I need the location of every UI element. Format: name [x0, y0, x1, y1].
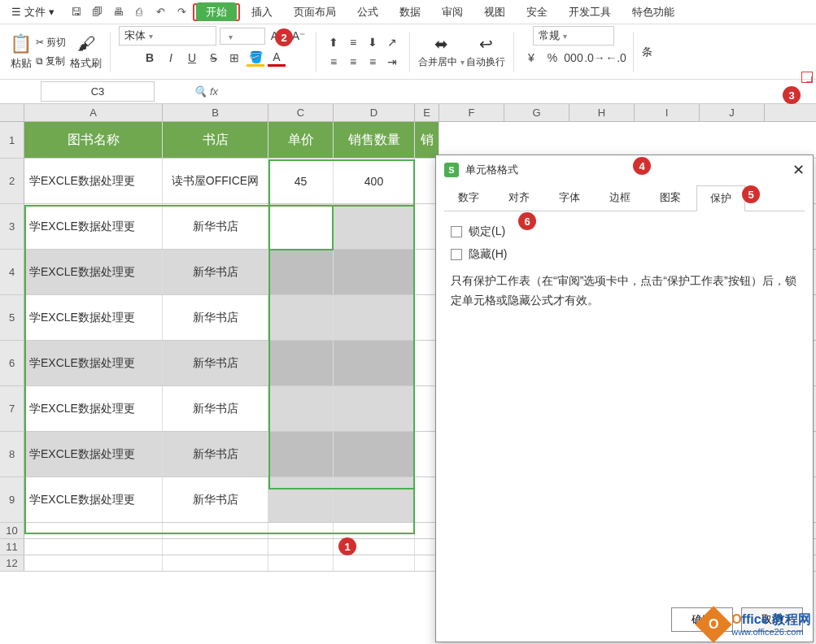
cell[interactable]: 学EXCLE数据处理更: [24, 341, 163, 385]
cell[interactable]: 学EXCLE数据处理更: [24, 159, 163, 203]
row-header[interactable]: 11: [0, 539, 24, 555]
merge-center-button[interactable]: ⬌ 合并居中: [418, 34, 465, 69]
italic-button[interactable]: I: [162, 49, 180, 67]
cell[interactable]: [268, 204, 334, 249]
cell[interactable]: [268, 386, 334, 431]
percent-icon[interactable]: %: [543, 49, 561, 67]
row-header[interactable]: 9: [0, 477, 24, 522]
cell[interactable]: [268, 477, 334, 522]
cell[interactable]: [334, 295, 415, 340]
tab-alignment[interactable]: 对齐: [495, 185, 543, 211]
save-icon[interactable]: 🖫: [66, 2, 85, 22]
cell[interactable]: [163, 539, 268, 555]
dialog-titlebar[interactable]: S 单元格格式 ✕: [436, 155, 813, 185]
cell[interactable]: [24, 555, 163, 571]
indent-icon[interactable]: ⇥: [383, 53, 401, 71]
row-header[interactable]: 4: [0, 250, 24, 294]
cell[interactable]: 学EXCLE数据处理更: [24, 477, 163, 522]
row-header[interactable]: 2: [0, 159, 24, 203]
cell[interactable]: [268, 555, 334, 571]
header-price[interactable]: 单价: [268, 122, 334, 158]
cell[interactable]: [334, 523, 415, 538]
cell[interactable]: [334, 477, 415, 522]
cell[interactable]: 读书屋OFFICE网: [163, 159, 268, 203]
cell[interactable]: [268, 295, 334, 340]
row-header[interactable]: 12: [0, 555, 24, 571]
strikethrough-button[interactable]: S̶: [204, 49, 222, 67]
lock-checkbox[interactable]: [451, 226, 462, 237]
header-store[interactable]: 书店: [163, 122, 268, 158]
cell[interactable]: [24, 523, 163, 538]
tab-formulas[interactable]: 公式: [347, 2, 388, 23]
row-header[interactable]: 6: [0, 341, 24, 385]
font-color-button[interactable]: A: [268, 49, 286, 67]
cell[interactable]: 新华书店: [163, 341, 268, 385]
file-menu[interactable]: ☰ 文件 ▾: [7, 2, 59, 22]
col-header-e[interactable]: E: [415, 104, 439, 121]
header-book-name[interactable]: 图书名称: [24, 122, 163, 158]
font-name-select[interactable]: 宋体: [119, 26, 216, 46]
fill-color-button[interactable]: 🪣: [247, 49, 264, 67]
wrap-text-button[interactable]: ↩ 自动换行: [466, 34, 505, 69]
header-e[interactable]: 销: [415, 122, 439, 158]
col-header-d[interactable]: D: [334, 104, 415, 121]
font-size-select[interactable]: [220, 28, 265, 45]
fx-button[interactable]: 🔍 fx: [187, 85, 225, 98]
col-header-c[interactable]: C: [268, 104, 334, 121]
align-left-icon[interactable]: ≡: [325, 53, 343, 71]
number-format-select[interactable]: 常规: [533, 26, 614, 46]
cell[interactable]: 学EXCLE数据处理更: [24, 250, 163, 294]
row-header[interactable]: 10: [0, 523, 24, 538]
cell[interactable]: [163, 555, 268, 571]
save-as-icon[interactable]: 🗐: [87, 2, 107, 22]
conditional-format-button[interactable]: 条: [642, 45, 652, 59]
tab-number[interactable]: 数字: [444, 185, 493, 211]
tab-page-layout[interactable]: 页面布局: [284, 2, 346, 23]
formula-input[interactable]: [225, 89, 816, 95]
cell[interactable]: [334, 386, 415, 431]
tab-security[interactable]: 安全: [517, 2, 557, 23]
cell[interactable]: 学EXCLE数据处理更: [24, 386, 163, 431]
comma-icon[interactable]: 000: [565, 49, 583, 67]
redo-icon[interactable]: ↷: [172, 2, 191, 22]
dialog-launcher-icon[interactable]: [801, 72, 813, 83]
cell[interactable]: [163, 523, 268, 538]
tab-protection[interactable]: 保护: [696, 185, 745, 211]
row-header[interactable]: 8: [0, 432, 24, 476]
underline-button[interactable]: U: [183, 49, 201, 67]
cell[interactable]: [24, 539, 163, 555]
align-bottom-icon[interactable]: ⬇: [364, 33, 382, 51]
cell[interactable]: 新华书店: [163, 386, 268, 431]
paste-button[interactable]: 📋 粘贴: [10, 33, 32, 71]
col-header-g[interactable]: G: [504, 104, 569, 121]
cut-button[interactable]: ✂剪切: [33, 34, 68, 51]
tab-view[interactable]: 视图: [474, 2, 515, 23]
increase-decimal-icon[interactable]: .0→: [586, 49, 604, 67]
cell[interactable]: [268, 523, 334, 538]
align-middle-icon[interactable]: ≡: [344, 33, 362, 51]
header-qty[interactable]: 销售数量: [334, 122, 415, 158]
cell[interactable]: 新华书店: [163, 250, 268, 294]
tab-pattern[interactable]: 图案: [646, 185, 695, 211]
tab-start[interactable]: 开始: [196, 2, 237, 21]
hide-checkbox[interactable]: [451, 249, 462, 260]
cell[interactable]: [334, 204, 415, 249]
tab-special[interactable]: 特色功能: [622, 2, 684, 23]
decrease-decimal-icon[interactable]: ←.0: [607, 49, 625, 67]
print-icon[interactable]: 🖶: [108, 2, 128, 22]
copy-button[interactable]: ⧉复制: [33, 53, 68, 70]
col-header-a[interactable]: A: [24, 104, 163, 121]
orientation-icon[interactable]: ↗: [383, 33, 401, 51]
cell[interactable]: 新华书店: [163, 295, 268, 340]
close-icon[interactable]: ✕: [792, 161, 805, 179]
cell[interactable]: 400: [334, 159, 415, 203]
currency-icon[interactable]: ¥: [522, 49, 540, 67]
cell[interactable]: 45: [268, 159, 334, 203]
col-header-b[interactable]: B: [163, 104, 268, 121]
cell[interactable]: [268, 341, 334, 385]
row-header[interactable]: 3: [0, 204, 24, 249]
cell[interactable]: 新华书店: [163, 477, 268, 522]
name-box[interactable]: C3: [41, 81, 155, 102]
tab-dev-tools[interactable]: 开发工具: [559, 2, 621, 23]
select-all-corner[interactable]: [0, 104, 24, 121]
